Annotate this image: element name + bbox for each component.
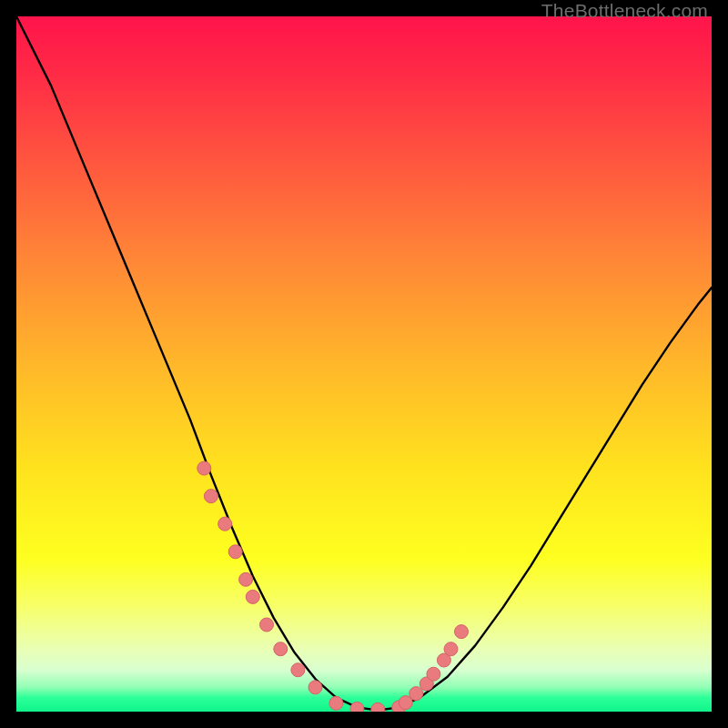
curve-bead: [308, 681, 322, 694]
curve-bead: [371, 703, 385, 712]
curve-bead: [274, 642, 288, 656]
curve-bead: [350, 702, 364, 712]
curve-bead: [246, 590, 259, 603]
chart-frame: [16, 16, 712, 712]
plot-area: [16, 16, 712, 712]
curve-bead: [239, 572, 253, 586]
curve-bead: [197, 461, 211, 475]
curve-bead: [228, 545, 242, 559]
watermark-label: TheBottleneck.com: [541, 0, 708, 22]
curve-beads: [197, 461, 469, 712]
curve-bead: [329, 696, 343, 710]
curve-bead: [444, 642, 458, 656]
curve-bead: [427, 667, 440, 681]
curve-bead: [455, 625, 469, 639]
bottleneck-curve-path: [16, 16, 712, 711]
curve-bead: [218, 517, 232, 531]
curve-bead: [291, 663, 305, 677]
curve-bead: [204, 490, 217, 503]
curve-layer: [16, 16, 712, 712]
curve-bead: [260, 618, 274, 632]
curve-bead: [410, 687, 423, 701]
bottleneck-curve: [16, 16, 712, 711]
